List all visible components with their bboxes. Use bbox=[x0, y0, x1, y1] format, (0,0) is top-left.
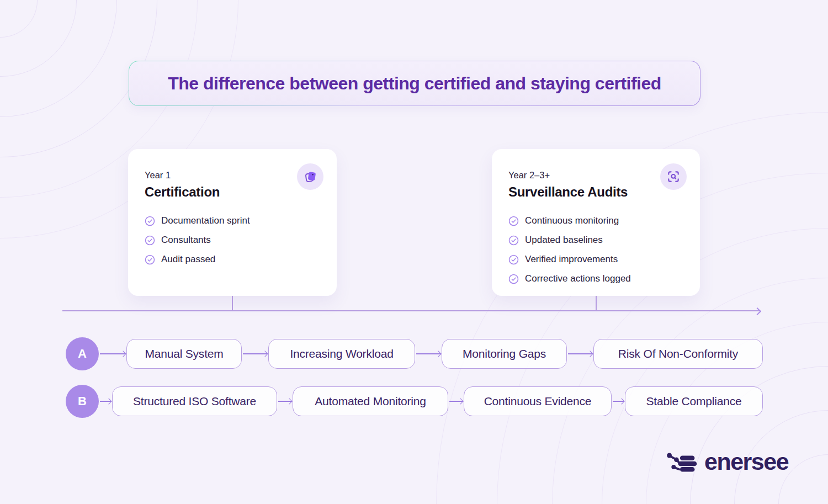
flow-a-step-3: Monitoring Gaps bbox=[442, 339, 567, 369]
enersee-logo-icon bbox=[665, 449, 698, 475]
scan-search-icon bbox=[660, 163, 687, 190]
checklist-label: Documentation sprint bbox=[161, 215, 250, 226]
arrow-icon bbox=[568, 353, 592, 354]
checklist-label: Updated baselines bbox=[525, 235, 603, 246]
check-circle-icon bbox=[508, 216, 519, 226]
brand-lockup: enersee bbox=[665, 448, 788, 475]
card-title: Surveillance Audits bbox=[508, 184, 684, 200]
checklist-item: Consultants bbox=[145, 235, 321, 246]
brand-wordmark: enersee bbox=[704, 448, 788, 475]
arrow-icon bbox=[416, 353, 440, 354]
check-circle-icon bbox=[508, 274, 519, 284]
infographic-canvas: The difference between getting certified… bbox=[0, 0, 828, 504]
checklist-item: Documentation sprint bbox=[145, 215, 321, 226]
flow-step-label: Stable Compliance bbox=[646, 395, 742, 408]
flow-a-step-2: Increasing Workload bbox=[268, 339, 415, 369]
flow-step-label: Manual System bbox=[145, 347, 223, 360]
timeline-connector-left bbox=[232, 296, 233, 310]
flow-step-label: Continuous Evidence bbox=[484, 395, 592, 408]
check-circle-icon bbox=[508, 254, 519, 265]
flow-a-label: A bbox=[78, 347, 87, 361]
arrow-icon bbox=[100, 401, 111, 402]
checklist-item: Updated baselines bbox=[508, 235, 684, 246]
check-circle-icon bbox=[145, 216, 155, 226]
flow-b-step-4: Stable Compliance bbox=[625, 386, 763, 416]
checklist-item: Verified improvements bbox=[508, 254, 684, 265]
checklist-label: Corrective actions logged bbox=[525, 273, 631, 284]
card-certification: Year 1 Certification Documentation sprin… bbox=[128, 149, 337, 296]
checklist-item: Corrective actions logged bbox=[508, 273, 684, 284]
flow-step-label: Structured ISO Software bbox=[133, 395, 256, 408]
flow-step-label: Automated Monitoring bbox=[315, 395, 426, 408]
flow-step-label: Risk Of Non-Conformity bbox=[618, 347, 738, 360]
timeline-axis bbox=[62, 310, 759, 311]
checklist-item: Continuous monitoring bbox=[508, 215, 684, 226]
arrow-icon bbox=[613, 401, 624, 402]
card-checklist: Documentation sprint Consultants Audit p… bbox=[145, 215, 321, 265]
card-surveillance-audits: Year 2–3+ Surveillance Audits Continuous… bbox=[492, 149, 700, 296]
flow-b-step-2: Automated Monitoring bbox=[293, 386, 448, 416]
timeline-connector-right bbox=[596, 296, 597, 310]
arrow-icon bbox=[449, 401, 463, 402]
flow-a-step-1: Manual System bbox=[126, 339, 242, 369]
flow-b-badge: B bbox=[66, 385, 99, 418]
title-banner: The difference between getting certified… bbox=[129, 61, 700, 106]
card-period: Year 2–3+ bbox=[508, 170, 684, 181]
flow-step-label: Monitoring Gaps bbox=[463, 347, 546, 360]
page-title: The difference between getting certified… bbox=[168, 73, 661, 94]
check-circle-icon bbox=[145, 254, 155, 265]
check-circle-icon bbox=[508, 235, 519, 246]
flow-b-step-3: Continuous Evidence bbox=[464, 386, 612, 416]
flow-step-label: Increasing Workload bbox=[290, 347, 393, 360]
check-circle-icon bbox=[145, 235, 155, 246]
checklist-label: Verified improvements bbox=[525, 254, 618, 265]
card-period: Year 1 bbox=[145, 170, 321, 181]
checklist-label: Continuous monitoring bbox=[525, 215, 619, 226]
arrow-icon bbox=[278, 401, 291, 402]
flow-a-step-4: Risk Of Non-Conformity bbox=[593, 339, 763, 369]
checklist-label: Audit passed bbox=[161, 254, 215, 265]
card-checklist: Continuous monitoring Updated baselines … bbox=[508, 215, 684, 284]
documents-icon bbox=[297, 163, 323, 190]
arrow-icon bbox=[243, 353, 267, 354]
flow-b-step-1: Structured ISO Software bbox=[112, 386, 277, 416]
arrow-icon bbox=[100, 353, 125, 354]
card-title: Certification bbox=[145, 184, 321, 200]
checklist-label: Consultants bbox=[161, 235, 211, 246]
checklist-item: Audit passed bbox=[145, 254, 321, 265]
flow-b-label: B bbox=[78, 394, 87, 408]
flow-a-badge: A bbox=[66, 337, 99, 370]
